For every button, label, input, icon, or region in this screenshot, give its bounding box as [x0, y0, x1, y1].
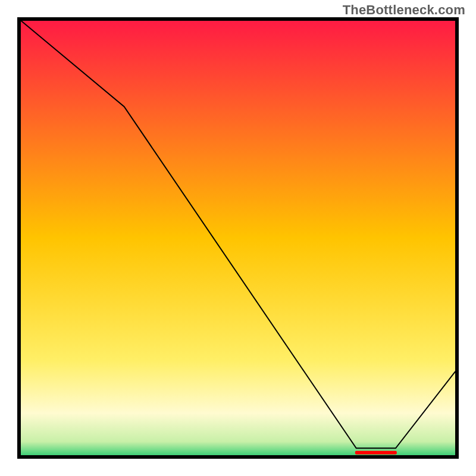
- optimal-marker: [355, 451, 397, 455]
- chart-container: TheBottleneck.com: [0, 0, 476, 476]
- bottleneck-chart: [0, 0, 476, 476]
- plot-background: [19, 19, 457, 457]
